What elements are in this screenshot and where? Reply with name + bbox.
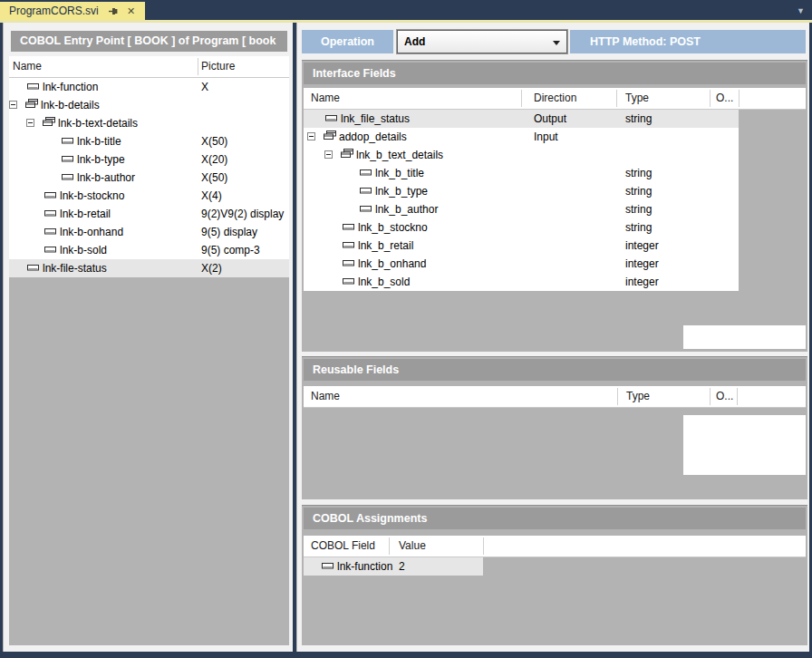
left-panel-title: COBOL Entry Point [ BOOK ] of Program [ …: [11, 31, 287, 52]
tree-row[interactable]: lnk-b-onhand9(5) display: [9, 223, 289, 241]
pin-icon[interactable]: [108, 5, 120, 17]
tree-row[interactable]: lnk-b-retail9(2)V9(2) display: [9, 205, 289, 223]
picture-cell: X: [201, 81, 208, 93]
column-header-name[interactable]: Name: [311, 92, 340, 104]
group-field-icon: [341, 149, 353, 161]
column-header-cobol-field[interactable]: COBOL Field: [311, 539, 375, 552]
tree-row[interactable]: lnk-file-statusX(2): [9, 259, 289, 277]
tree-row[interactable]: lnk-b-authorX(50): [9, 169, 289, 187]
white-inset-box: [683, 325, 806, 349]
column-header-picture[interactable]: Picture: [201, 60, 235, 73]
group-field-icon: [43, 117, 55, 130]
column-resize-handle[interactable]: [521, 90, 522, 107]
table-row[interactable]: lnk_file_statusOutputstring: [304, 110, 739, 128]
type-cell: string: [625, 203, 652, 216]
name-cell: lnk-b-author: [77, 171, 135, 184]
column-header-name[interactable]: Name: [311, 390, 340, 402]
reusable-fields-column-header: Name Type O...: [304, 386, 806, 408]
column-header-occurs[interactable]: O...: [716, 92, 733, 104]
field-icon: [27, 262, 39, 275]
interface-fields-table: Name Direction Type O... lnk_file_status…: [304, 88, 806, 350]
column-resize-handle[interactable]: [739, 90, 740, 107]
name-cell: lnk_b_text_details: [356, 149, 443, 161]
table-row[interactable]: lnk_b_retailinteger: [304, 237, 739, 255]
name-cell: lnk_b_title: [375, 167, 424, 179]
column-header-value[interactable]: Value: [399, 539, 426, 552]
collapse-icon[interactable]: [26, 117, 34, 125]
field-icon: [44, 189, 56, 202]
operation-select[interactable]: Add: [397, 30, 567, 53]
column-resize-handle[interactable]: [483, 537, 484, 555]
tree-column-header: Name Picture: [9, 56, 289, 78]
name-cell: lnk_b_retail: [358, 239, 413, 252]
name-cell: lnk_b_author: [375, 203, 438, 216]
tree-row[interactable]: lnk-b-sold9(5) comp-3: [9, 241, 289, 259]
field-icon: [62, 153, 73, 166]
tree-row[interactable]: lnk-b-details: [9, 96, 289, 114]
column-resize-handle[interactable]: [389, 537, 390, 555]
table-row[interactable]: lnk_b_typestring: [304, 182, 739, 200]
name-cell: lnk-function: [337, 560, 392, 573]
tree-row[interactable]: lnk-b-titleX(50): [9, 132, 289, 150]
collapse-icon[interactable]: [307, 131, 315, 139]
name-cell: lnk-b-type: [77, 153, 125, 166]
column-resize-handle[interactable]: [616, 90, 617, 107]
column-header-direction[interactable]: Direction: [534, 92, 576, 104]
group-field-icon: [324, 131, 336, 143]
collapse-icon[interactable]: [324, 149, 333, 157]
column-header-type[interactable]: Type: [626, 390, 650, 402]
column-resize-handle[interactable]: [737, 388, 738, 405]
name-cell: lnk-function: [43, 81, 98, 93]
tree-row[interactable]: lnk-b-stocknoX(4): [9, 187, 289, 205]
field-icon: [44, 208, 56, 220]
collapse-icon[interactable]: [9, 99, 17, 107]
name-cell: lnk_b_stockno: [358, 221, 428, 234]
column-header-occurs[interactable]: O...: [716, 390, 733, 402]
column-resize-handle[interactable]: [617, 388, 618, 405]
table-row[interactable]: lnk_b_text_details: [304, 146, 739, 164]
type-cell: integer: [625, 257, 659, 270]
direction-cell: Input: [534, 131, 558, 143]
http-method-label: HTTP Method: POST: [570, 30, 806, 53]
picture-cell: 9(2)V9(2) display: [201, 208, 284, 220]
tree-row[interactable]: lnk-b-typeX(20): [9, 150, 289, 169]
column-header-type[interactable]: Type: [625, 92, 649, 104]
name-cell: lnk-b-text-details: [58, 117, 138, 130]
table-row[interactable]: addop_detailsInput: [304, 128, 739, 146]
tab-title: ProgramCORS.svi: [9, 5, 99, 17]
field-icon: [360, 203, 372, 216]
editor-window: ProgramCORS.svi ✕ ▼ COBOL Entry Point [ …: [0, 0, 812, 658]
table-row[interactable]: lnk_b_authorstring: [304, 200, 739, 218]
tree-row[interactable]: lnk-functionX: [9, 78, 289, 96]
table-row[interactable]: lnk_b_soldinteger: [304, 273, 739, 291]
picture-cell: 9(5) display: [201, 226, 257, 238]
type-cell: string: [625, 185, 652, 198]
column-resize-handle[interactable]: [710, 90, 710, 107]
reusable-fields-title: Reusable Fields: [304, 359, 806, 381]
close-icon[interactable]: ✕: [125, 5, 138, 17]
operation-selected-value: Add: [404, 35, 425, 48]
table-row[interactable]: lnk_b_onhandinteger: [304, 255, 739, 273]
type-cell: string: [625, 167, 652, 179]
picture-cell: X(50): [201, 171, 227, 184]
table-row[interactable]: lnk_b_stocknostring: [304, 218, 739, 237]
interface-fields-column-header: Name Direction Type O...: [304, 88, 806, 110]
operation-label: Operation: [302, 30, 393, 53]
white-inset-box: [683, 415, 806, 475]
column-resize-handle[interactable]: [710, 388, 710, 405]
interface-fields-section: Interface Fields Name Direction Type O..…: [302, 60, 807, 352]
field-icon: [44, 226, 56, 238]
column-header-name[interactable]: Name: [13, 60, 42, 73]
tab-list-chevron-icon[interactable]: ▼: [797, 7, 805, 15]
field-icon: [62, 171, 73, 184]
field-icon: [343, 257, 354, 270]
table-row[interactable]: lnk_b_titlestring: [304, 164, 739, 182]
cobol-assignments-table: COBOL Field Value lnk-function2: [304, 536, 806, 576]
tree-row[interactable]: lnk-b-text-details: [9, 114, 289, 132]
field-icon: [322, 560, 334, 573]
name-cell: lnk_file_status: [341, 112, 410, 125]
table-row[interactable]: lnk-function2: [304, 557, 483, 576]
tab-programcors-svi[interactable]: ProgramCORS.svi ✕: [0, 2, 145, 20]
name-cell: lnk-file-status: [43, 262, 107, 275]
column-resize-handle[interactable]: [198, 58, 198, 75]
